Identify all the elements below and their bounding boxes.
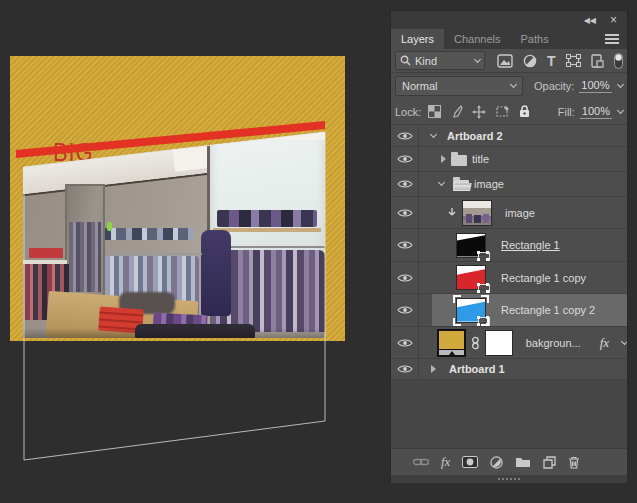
layer-name[interactable]: image: [474, 178, 504, 190]
visibility-eye-icon[interactable]: [391, 262, 419, 293]
fill-label: Fill:: [558, 106, 575, 118]
collapse-panel-icon[interactable]: ◀◀: [584, 16, 596, 25]
photo-purple-jacket: [201, 230, 231, 316]
lock-position-move-icon[interactable]: [472, 105, 486, 119]
delete-layer-trash-icon[interactable]: [568, 456, 580, 469]
layer-mask-link-icon[interactable]: [471, 336, 480, 350]
layer-name[interactable]: bakgroun...: [526, 337, 581, 349]
photo-red-sign: [29, 248, 63, 258]
lock-pixels-brush-icon[interactable]: [450, 105, 463, 118]
close-panel-icon[interactable]: ×: [610, 14, 617, 26]
layer-name[interactable]: Artboard 2: [447, 130, 503, 142]
layer-name[interactable]: Rectangle 1: [501, 239, 560, 251]
filter-kind-label: Kind: [415, 55, 437, 67]
collapsed-chevron-icon[interactable]: [441, 155, 446, 163]
tab-channels[interactable]: Channels: [444, 29, 510, 49]
layer-fx-badge[interactable]: fx: [600, 335, 609, 351]
photo-floor-shadow: [23, 328, 325, 338]
photo-folded-clothes: [217, 210, 317, 227]
expand-chevron-icon[interactable]: [430, 130, 437, 137]
visibility-eye-icon[interactable]: [391, 172, 419, 196]
filter-adjustment-layers-icon[interactable]: [523, 54, 537, 68]
layer-name[interactable]: title: [472, 153, 489, 165]
add-adjustment-layer-icon[interactable]: [490, 456, 503, 469]
tab-paths[interactable]: Paths: [511, 29, 559, 49]
layer-name[interactable]: image: [505, 207, 535, 219]
layer-row-title-group[interactable]: title: [391, 147, 627, 172]
layer-name[interactable]: Rectangle 1 copy: [501, 272, 586, 284]
layer-row-rectangle-1-copy-2[interactable]: Rectangle 1 copy 2: [391, 294, 627, 327]
filter-smart-objects-icon[interactable]: [591, 54, 604, 68]
chevron-down-icon: [474, 55, 481, 62]
photo-green-sign: [107, 222, 112, 231]
filter-type-layers-icon[interactable]: T: [547, 54, 556, 68]
layer-row-image[interactable]: image: [391, 197, 627, 229]
new-group-folder-icon[interactable]: [515, 456, 531, 468]
group-folder-open-icon: [453, 180, 469, 191]
layer-name[interactable]: Rectangle 1 copy 2: [501, 304, 595, 316]
link-layers-icon[interactable]: [413, 457, 429, 467]
new-layer-icon[interactable]: [543, 456, 556, 469]
panel-resize-grip[interactable]: [391, 475, 627, 483]
visibility-eye-icon[interactable]: [391, 197, 419, 228]
photoshop-window: BIG SALE ◀◀ ×: [0, 0, 637, 503]
layers-list-empty-area: [391, 380, 627, 449]
blend-mode-dropdown[interactable]: Normal: [395, 76, 523, 96]
opacity-chevron-icon[interactable]: [616, 81, 623, 88]
layers-panel: ◀◀ × Layers Channels Paths Kind: [390, 10, 628, 483]
lock-label: Lock:: [395, 106, 421, 118]
layer-row-image-group[interactable]: image: [391, 172, 627, 197]
fill-value[interactable]: 100%: [580, 105, 612, 119]
visibility-eye-icon[interactable]: [391, 294, 419, 326]
opacity-value[interactable]: 100%: [579, 79, 611, 93]
blend-row: Normal Opacity: 100%: [391, 73, 627, 99]
layer-name[interactable]: Artboard 1: [449, 363, 505, 375]
layer-row-rectangle-1-copy[interactable]: Rectangle 1 copy: [391, 262, 627, 294]
visibility-eye-icon[interactable]: [391, 327, 419, 358]
blend-mode-value: Normal: [402, 80, 437, 92]
visibility-eye-icon[interactable]: [391, 359, 419, 379]
filter-row: Kind T: [391, 49, 627, 73]
filter-pixel-layers-icon[interactable]: [497, 54, 513, 68]
add-layer-mask-icon[interactable]: [462, 456, 478, 468]
layer-mask-thumbnail[interactable]: [485, 330, 512, 356]
chevron-down-icon: [510, 81, 517, 88]
filter-kind-dropdown[interactable]: Kind: [395, 51, 485, 70]
layer-row-artboard-2[interactable]: Artboard 2: [391, 125, 627, 147]
layer-row-rectangle-1[interactable]: Rectangle 1: [391, 229, 627, 262]
fill-layer-thumbnail[interactable]: [437, 329, 466, 357]
group-folder-icon: [451, 155, 467, 166]
visibility-eye-icon[interactable]: [391, 147, 419, 171]
panel-action-bar: fx: [391, 449, 627, 475]
visibility-eye-icon[interactable]: [391, 229, 419, 261]
photo-mirror-reflection: [69, 222, 101, 292]
lock-all-icon[interactable]: [519, 105, 530, 118]
filter-toggle-icon[interactable]: [614, 53, 623, 69]
panel-titlebar: ◀◀ ×: [391, 11, 627, 29]
expanded-chevron-icon[interactable]: [438, 179, 445, 186]
panel-tabs: Layers Channels Paths: [391, 29, 627, 49]
clipping-mask-arrow-icon: [447, 207, 457, 218]
lock-row: Lock:: [391, 99, 627, 125]
collapsed-chevron-icon[interactable]: [431, 365, 436, 373]
add-layer-style-icon[interactable]: fx: [441, 454, 450, 470]
store-photo[interactable]: [23, 132, 325, 338]
panel-menu-icon[interactable]: [605, 32, 619, 46]
layer-row-background[interactable]: bakgroun... fx: [391, 327, 627, 359]
shape-layer-badge-icon: [478, 284, 490, 293]
photo-shelf: [213, 228, 321, 232]
lock-artboard-icon[interactable]: [495, 105, 510, 118]
lock-transparency-icon[interactable]: [428, 105, 441, 118]
layers-list: Artboard 2 title: [391, 125, 627, 449]
search-icon: [400, 55, 411, 66]
visibility-eye-icon[interactable]: [391, 125, 419, 146]
tab-layers[interactable]: Layers: [391, 29, 444, 49]
filter-shape-layers-icon[interactable]: [566, 54, 581, 67]
layer-thumbnail[interactable]: [462, 200, 492, 226]
opacity-label: Opacity:: [534, 80, 574, 92]
fx-collapse-chevron-icon[interactable]: [621, 337, 627, 344]
fill-chevron-icon[interactable]: [617, 106, 624, 113]
shape-layer-badge-icon: [478, 252, 490, 262]
layer-row-artboard-1[interactable]: Artboard 1: [391, 359, 627, 380]
